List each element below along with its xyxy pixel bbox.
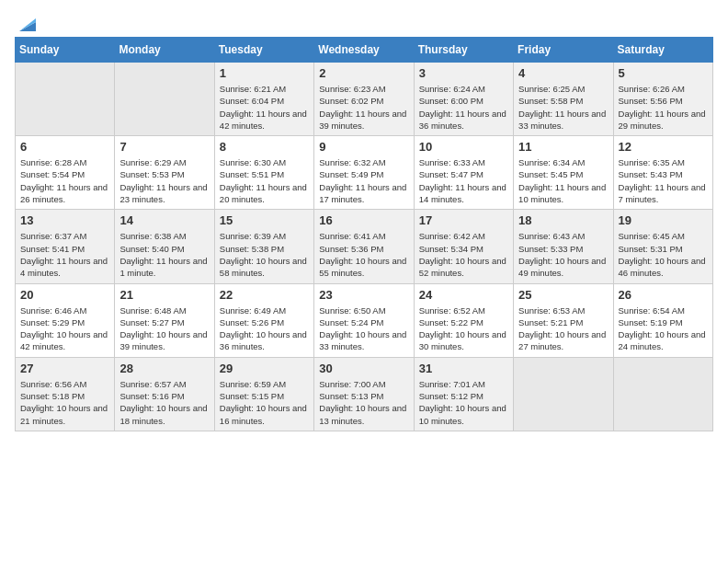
day-info: Sunrise: 6:23 AMSunset: 6:02 PMDaylight:…: [319, 83, 408, 132]
day-number: 27: [20, 362, 109, 375]
calendar-cell: 29Sunrise: 6:59 AMSunset: 5:15 PMDayligh…: [214, 357, 313, 431]
day-number: 4: [518, 66, 608, 80]
calendar-cell: [115, 63, 214, 136]
day-info: Sunrise: 6:56 AMSunset: 5:18 PMDaylight:…: [20, 378, 109, 427]
logo-icon: [16, 15, 36, 31]
day-info: Sunrise: 6:54 AMSunset: 5:19 PMDaylight:…: [619, 304, 708, 353]
calendar-cell: 6Sunrise: 6:28 AMSunset: 5:54 PMDaylight…: [16, 136, 115, 210]
calendar-cell: 17Sunrise: 6:42 AMSunset: 5:34 PMDayligh…: [414, 210, 513, 283]
calendar-header-row: SundayMondayTuesdayWednesdayThursdayFrid…: [16, 38, 713, 63]
calendar-cell: 3Sunrise: 6:24 AMSunset: 6:00 PMDaylight…: [414, 63, 513, 136]
calendar-cell: 15Sunrise: 6:39 AMSunset: 5:38 PMDayligh…: [214, 210, 313, 283]
day-info: Sunrise: 6:28 AMSunset: 5:54 PMDaylight:…: [20, 156, 109, 205]
calendar-cell: 19Sunrise: 6:45 AMSunset: 5:31 PMDayligh…: [613, 210, 712, 283]
day-info: Sunrise: 6:57 AMSunset: 5:16 PMDaylight:…: [119, 378, 209, 427]
calendar-cell: 24Sunrise: 6:52 AMSunset: 5:22 PMDayligh…: [414, 283, 513, 357]
day-number: 7: [119, 140, 209, 154]
day-info: Sunrise: 6:25 AMSunset: 5:58 PMDaylight:…: [518, 83, 608, 132]
day-info: Sunrise: 6:49 AMSunset: 5:26 PMDaylight:…: [220, 304, 309, 353]
day-number: 29: [220, 362, 309, 375]
day-info: Sunrise: 6:29 AMSunset: 5:53 PMDaylight:…: [119, 156, 209, 205]
day-info: Sunrise: 6:43 AMSunset: 5:33 PMDaylight:…: [518, 230, 608, 279]
day-number: 8: [220, 140, 309, 154]
day-info: Sunrise: 6:21 AMSunset: 6:04 PMDaylight:…: [220, 83, 309, 132]
day-number: 16: [319, 213, 408, 227]
day-number: 2: [319, 66, 408, 80]
calendar-cell: 10Sunrise: 6:33 AMSunset: 5:47 PMDayligh…: [414, 136, 513, 210]
day-number: 24: [419, 288, 508, 302]
day-number: 28: [119, 362, 209, 375]
header-wednesday: Wednesday: [314, 38, 414, 63]
header-tuesday: Tuesday: [214, 38, 313, 63]
calendar-cell: 26Sunrise: 6:54 AMSunset: 5:19 PMDayligh…: [613, 283, 712, 357]
day-info: Sunrise: 6:53 AMSunset: 5:21 PMDaylight:…: [518, 304, 608, 353]
calendar-week-row: 1Sunrise: 6:21 AMSunset: 6:04 PMDaylight…: [16, 63, 713, 136]
calendar-cell: 22Sunrise: 6:49 AMSunset: 5:26 PMDayligh…: [214, 283, 313, 357]
calendar-week-row: 20Sunrise: 6:46 AMSunset: 5:29 PMDayligh…: [16, 283, 713, 357]
day-number: 19: [619, 213, 708, 227]
calendar-cell: 31Sunrise: 7:01 AMSunset: 5:12 PMDayligh…: [414, 357, 513, 431]
day-info: Sunrise: 6:38 AMSunset: 5:40 PMDaylight:…: [119, 230, 209, 279]
day-number: 11: [518, 140, 608, 154]
day-info: Sunrise: 6:52 AMSunset: 5:22 PMDaylight:…: [419, 304, 508, 353]
calendar-cell: 14Sunrise: 6:38 AMSunset: 5:40 PMDayligh…: [115, 210, 214, 283]
day-number: 13: [20, 213, 109, 227]
day-info: Sunrise: 6:35 AMSunset: 5:43 PMDaylight:…: [619, 156, 708, 205]
calendar-week-row: 27Sunrise: 6:56 AMSunset: 5:18 PMDayligh…: [16, 357, 713, 431]
calendar-cell: 9Sunrise: 6:32 AMSunset: 5:49 PMDaylight…: [314, 136, 414, 210]
day-number: 10: [419, 140, 508, 154]
day-number: 12: [619, 140, 708, 154]
day-info: Sunrise: 6:24 AMSunset: 6:00 PMDaylight:…: [419, 83, 508, 132]
day-info: Sunrise: 6:33 AMSunset: 5:47 PMDaylight:…: [419, 156, 508, 205]
calendar-cell: [514, 357, 613, 431]
day-number: 15: [220, 213, 309, 227]
calendar-cell: 13Sunrise: 6:37 AMSunset: 5:41 PMDayligh…: [16, 210, 115, 283]
calendar-table: SundayMondayTuesdayWednesdayThursdayFrid…: [15, 37, 713, 431]
calendar-cell: 1Sunrise: 6:21 AMSunset: 6:04 PMDaylight…: [214, 63, 313, 136]
calendar-cell: 18Sunrise: 6:43 AMSunset: 5:33 PMDayligh…: [514, 210, 613, 283]
day-number: 31: [419, 362, 508, 375]
calendar-cell: 27Sunrise: 6:56 AMSunset: 5:18 PMDayligh…: [16, 357, 115, 431]
calendar-cell: [613, 357, 712, 431]
day-number: 6: [20, 140, 109, 154]
day-info: Sunrise: 7:00 AMSunset: 5:13 PMDaylight:…: [319, 378, 408, 427]
header-monday: Monday: [115, 38, 214, 63]
calendar-cell: 25Sunrise: 6:53 AMSunset: 5:21 PMDayligh…: [514, 283, 613, 357]
page-header: [15, 15, 713, 28]
calendar-week-row: 13Sunrise: 6:37 AMSunset: 5:41 PMDayligh…: [16, 210, 713, 283]
day-info: Sunrise: 7:01 AMSunset: 5:12 PMDaylight:…: [419, 378, 508, 427]
day-info: Sunrise: 6:32 AMSunset: 5:49 PMDaylight:…: [319, 156, 408, 205]
calendar-cell: 30Sunrise: 7:00 AMSunset: 5:13 PMDayligh…: [314, 357, 414, 431]
calendar-cell: 23Sunrise: 6:50 AMSunset: 5:24 PMDayligh…: [314, 283, 414, 357]
day-info: Sunrise: 6:50 AMSunset: 5:24 PMDaylight:…: [319, 304, 408, 353]
calendar-cell: 5Sunrise: 6:26 AMSunset: 5:56 PMDaylight…: [613, 63, 712, 136]
calendar-cell: 28Sunrise: 6:57 AMSunset: 5:16 PMDayligh…: [115, 357, 214, 431]
day-number: 26: [619, 288, 708, 302]
day-info: Sunrise: 6:41 AMSunset: 5:36 PMDaylight:…: [319, 230, 408, 279]
day-number: 21: [119, 288, 209, 302]
day-info: Sunrise: 6:48 AMSunset: 5:27 PMDaylight:…: [119, 304, 209, 353]
day-number: 17: [419, 213, 508, 227]
calendar-cell: 8Sunrise: 6:30 AMSunset: 5:51 PMDaylight…: [214, 136, 313, 210]
calendar-cell: 2Sunrise: 6:23 AMSunset: 6:02 PMDaylight…: [314, 63, 414, 136]
day-number: 20: [20, 288, 109, 302]
header-sunday: Sunday: [16, 38, 115, 63]
day-info: Sunrise: 6:59 AMSunset: 5:15 PMDaylight:…: [220, 378, 309, 427]
logo: [15, 15, 37, 28]
day-info: Sunrise: 6:26 AMSunset: 5:56 PMDaylight:…: [619, 83, 708, 132]
day-info: Sunrise: 6:45 AMSunset: 5:31 PMDaylight:…: [619, 230, 708, 279]
header-friday: Friday: [514, 38, 613, 63]
header-thursday: Thursday: [414, 38, 513, 63]
calendar-cell: 4Sunrise: 6:25 AMSunset: 5:58 PMDaylight…: [514, 63, 613, 136]
day-number: 22: [220, 288, 309, 302]
day-number: 18: [518, 213, 608, 227]
header-saturday: Saturday: [613, 38, 712, 63]
day-info: Sunrise: 6:37 AMSunset: 5:41 PMDaylight:…: [20, 230, 109, 279]
day-info: Sunrise: 6:42 AMSunset: 5:34 PMDaylight:…: [419, 230, 508, 279]
day-number: 5: [619, 66, 708, 80]
day-number: 30: [319, 362, 408, 375]
day-number: 23: [319, 288, 408, 302]
calendar-cell: 20Sunrise: 6:46 AMSunset: 5:29 PMDayligh…: [16, 283, 115, 357]
calendar-cell: 12Sunrise: 6:35 AMSunset: 5:43 PMDayligh…: [613, 136, 712, 210]
day-number: 25: [518, 288, 608, 302]
